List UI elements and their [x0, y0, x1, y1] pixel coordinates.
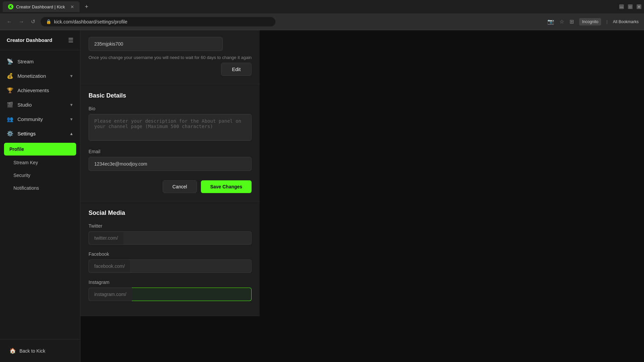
username-input-row: [89, 37, 252, 51]
browser-chrome: K Creator Dashboard | Kick ✕ + — □ ✕ ← →…: [0, 0, 644, 30]
sidebar-title: Creator Dashboard: [7, 37, 52, 43]
url-bar[interactable]: 🔒 kick.com/dashboard/settings/profile: [41, 17, 275, 26]
reload-button[interactable]: ↺: [30, 17, 37, 26]
bio-field-group: Bio: [89, 106, 252, 142]
sidebar-item-monetization[interactable]: 💰 Monetization ▼: [0, 69, 80, 83]
settings-expand-icon: ▲: [69, 131, 73, 136]
studio-expand-icon: ▼: [69, 103, 73, 107]
incognito-badge: Incognito: [579, 18, 601, 25]
back-to-kick-button[interactable]: 🏠 Back to Kick: [5, 345, 75, 357]
lock-icon: 🔒: [46, 19, 51, 24]
sidebar-item-stream-label: Stream: [17, 59, 34, 64]
tab-favicon: K: [8, 4, 13, 9]
instagram-input[interactable]: [132, 288, 252, 301]
bio-label: Bio: [89, 106, 252, 111]
sidebar-item-profile[interactable]: Profile: [4, 143, 76, 156]
layout-icon[interactable]: ⊞: [570, 18, 574, 25]
app-container: Creator Dashboard ☰ 📡 Stream 💰 Monetizat…: [0, 30, 644, 362]
monetization-icon: 💰: [7, 73, 13, 79]
email-label: Email: [89, 149, 252, 154]
sidebar-item-studio[interactable]: 🎬 Studio ▼: [0, 98, 80, 112]
sidebar-item-settings[interactable]: ⚙️ Settings ▲: [0, 126, 80, 141]
social-media-title: Social Media: [89, 209, 252, 217]
basic-details-actions: Cancel Save Changes: [89, 178, 252, 193]
sidebar-item-notifications[interactable]: Notifications: [0, 182, 80, 194]
monetization-expand-icon: ▼: [69, 74, 73, 78]
twitter-field-group: Twitter twitter.com/: [89, 223, 252, 245]
sidebar-item-stream[interactable]: 📡 Stream: [0, 54, 80, 69]
address-bar-row: ← → ↺ 🔒 kick.com/dashboard/settings/prof…: [0, 13, 644, 30]
maximize-button[interactable]: □: [628, 4, 633, 9]
instagram-field-group: Instagram instagram.com/: [89, 280, 252, 301]
social-media-section: Social Media Twitter twitter.com/ Facebo…: [80, 201, 260, 316]
sidebar-item-community[interactable]: 👥 Community ▼: [0, 112, 80, 126]
facebook-input-row: facebook.com/: [89, 259, 252, 273]
achievements-icon: 🏆: [7, 87, 13, 94]
sidebar-item-community-label: Community: [17, 116, 43, 122]
settings-icon: ⚙️: [7, 130, 13, 137]
facebook-field-group: Facebook facebook.com/: [89, 251, 252, 273]
browser-actions: 📷 ☆ ⊞ Incognito | All Bookmarks: [547, 18, 639, 25]
community-expand-icon: ▼: [69, 117, 73, 122]
back-arrow-icon: 🏠: [9, 348, 16, 354]
menu-toggle-icon[interactable]: ☰: [68, 37, 73, 44]
studio-icon: 🎬: [7, 102, 13, 108]
bookmarks-label: All Bookmarks: [613, 19, 639, 24]
instagram-prefix: instagram.com/: [89, 288, 132, 301]
url-text: kick.com/dashboard/settings/profile: [54, 19, 127, 24]
sidebar-item-security[interactable]: Security: [0, 169, 80, 182]
twitter-input[interactable]: [123, 231, 252, 245]
username-input[interactable]: [89, 37, 223, 51]
bio-input[interactable]: [89, 114, 252, 141]
browser-tab[interactable]: K Creator Dashboard | Kick ✕: [3, 1, 79, 12]
back-nav-button[interactable]: ←: [5, 17, 13, 26]
forward-nav-button[interactable]: →: [17, 17, 25, 26]
new-tab-button[interactable]: +: [82, 2, 91, 12]
email-input[interactable]: [89, 157, 252, 171]
sidebar-item-studio-label: Studio: [17, 102, 32, 108]
stream-icon: 📡: [7, 58, 13, 65]
sidebar-footer: 🏠 Back to Kick: [0, 339, 80, 362]
basic-details-section: Basic Details Bio Email Cancel Save Chan…: [80, 84, 260, 201]
facebook-input[interactable]: [130, 259, 252, 273]
title-bar: K Creator Dashboard | Kick ✕ + — □ ✕: [0, 0, 644, 13]
basic-details-title: Basic Details: [89, 92, 252, 99]
username-change-note: Once you change your username you will n…: [89, 55, 252, 60]
email-field-group: Email: [89, 149, 252, 171]
sidebar-item-settings-label: Settings: [17, 131, 36, 136]
sidebar-item-monetization-label: Monetization: [17, 73, 46, 79]
main-content: Once you change your username you will n…: [80, 30, 260, 362]
twitter-input-row: twitter.com/: [89, 231, 252, 245]
edit-username-button[interactable]: Edit: [221, 63, 252, 76]
sidebar-header: Creator Dashboard ☰: [0, 30, 80, 50]
tab-close-button[interactable]: ✕: [70, 4, 74, 9]
username-section: Once you change your username you will n…: [80, 30, 260, 84]
community-icon: 👥: [7, 116, 13, 122]
facebook-prefix: facebook.com/: [89, 259, 130, 273]
window-controls: — □ ✕: [619, 4, 641, 9]
settings-submenu: Profile Stream Key Security Notification…: [0, 141, 80, 196]
tab-title: Creator Dashboard | Kick: [16, 4, 65, 9]
instagram-label: Instagram: [89, 280, 252, 285]
save-changes-button[interactable]: Save Changes: [201, 180, 252, 193]
twitter-label: Twitter: [89, 223, 252, 229]
back-to-kick-label: Back to Kick: [19, 348, 45, 354]
sidebar-item-achievements-label: Achievements: [17, 87, 49, 93]
sidebar-item-achievements[interactable]: 🏆 Achievements: [0, 83, 80, 98]
sidebar: Creator Dashboard ☰ 📡 Stream 💰 Monetizat…: [0, 30, 80, 362]
minimize-button[interactable]: —: [619, 4, 624, 9]
facebook-label: Facebook: [89, 251, 252, 257]
close-button[interactable]: ✕: [637, 4, 641, 9]
sidebar-item-stream-key[interactable]: Stream Key: [0, 156, 80, 169]
bookmark-icon[interactable]: ☆: [559, 18, 564, 25]
cancel-button[interactable]: Cancel: [163, 180, 197, 193]
sidebar-nav: 📡 Stream 💰 Monetization ▼ 🏆 Achievements…: [0, 50, 80, 339]
instagram-input-row: instagram.com/: [89, 288, 252, 301]
twitter-prefix: twitter.com/: [89, 231, 123, 245]
edit-row: Edit: [89, 60, 252, 76]
camera-blocked-icon: 📷: [547, 18, 554, 25]
